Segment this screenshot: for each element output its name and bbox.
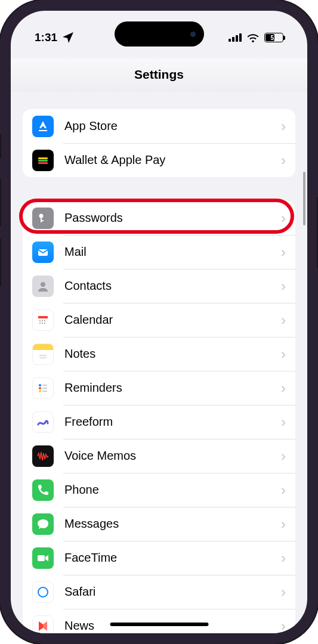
row-label: Passwords: [64, 211, 281, 225]
silence-switch: [0, 134, 1, 158]
row-contacts[interactable]: Contacts ›: [23, 269, 295, 303]
home-indicator[interactable]: [110, 623, 208, 626]
safari-icon: [32, 581, 54, 603]
mail-icon: [32, 242, 54, 263]
row-label: Safari: [64, 585, 281, 599]
messages-icon: [32, 513, 54, 535]
screen: 1:31 51 Settings: [11, 11, 307, 633]
svg-point-17: [39, 384, 41, 386]
dynamic-island: [115, 21, 204, 47]
row-label: Calendar: [64, 313, 281, 327]
wallet-icon: [32, 150, 54, 171]
row-reminders[interactable]: Reminders ›: [23, 371, 295, 405]
svg-point-18: [39, 387, 41, 389]
row-safari[interactable]: Safari ›: [23, 575, 295, 609]
chevron-right-icon: ›: [281, 210, 286, 227]
settings-group: Passwords › Mail › Contacts ›: [23, 201, 295, 633]
chevron-right-icon: ›: [281, 346, 286, 363]
phone-icon: [32, 479, 54, 501]
row-freeform[interactable]: Freeform ›: [23, 405, 295, 439]
row-voicememos[interactable]: Voice Memos ›: [23, 439, 295, 473]
svg-rect-5: [41, 220, 44, 221]
svg-point-9: [39, 320, 41, 321]
svg-point-19: [39, 390, 41, 392]
svg-point-11: [44, 320, 45, 321]
row-messages[interactable]: Messages ›: [23, 507, 295, 541]
svg-rect-1: [38, 160, 48, 162]
svg-rect-23: [38, 555, 45, 561]
row-label: Messages: [64, 517, 281, 531]
wifi-icon: [246, 30, 260, 45]
row-wallet[interactable]: Wallet & Apple Pay ›: [23, 143, 295, 177]
svg-point-14: [44, 323, 45, 324]
phone-frame: 1:31 51 Settings: [0, 0, 318, 644]
row-appstore[interactable]: App Store ›: [23, 109, 295, 143]
settings-group: App Store › Wallet & Apple Pay ›: [23, 109, 295, 177]
row-label: Contacts: [64, 279, 281, 293]
svg-point-10: [42, 320, 43, 321]
freeform-icon: [32, 411, 54, 433]
svg-rect-4: [41, 217, 42, 222]
svg-rect-0: [38, 157, 48, 159]
chevron-right-icon: ›: [281, 550, 286, 566]
svg-rect-8: [38, 316, 48, 318]
news-icon: [32, 615, 54, 634]
chevron-right-icon: ›: [281, 380, 286, 397]
row-calendar[interactable]: Calendar ›: [23, 303, 295, 337]
row-label: Notes: [64, 347, 281, 361]
volume-up-button: [0, 179, 1, 227]
page-title: Settings: [134, 67, 184, 82]
appstore-icon: [32, 116, 54, 137]
chevron-right-icon: ›: [281, 414, 286, 431]
chevron-right-icon: ›: [281, 278, 286, 295]
scrollbar[interactable]: [303, 172, 305, 225]
chevron-right-icon: ›: [281, 118, 286, 135]
cellular-icon: [229, 33, 242, 42]
chevron-right-icon: ›: [281, 152, 286, 169]
chevron-right-icon: ›: [281, 618, 286, 634]
key-icon: [32, 208, 54, 229]
row-label: Wallet & Apple Pay: [64, 153, 281, 167]
chevron-right-icon: ›: [281, 244, 286, 261]
row-facetime[interactable]: FaceTime ›: [23, 541, 295, 575]
svg-point-13: [42, 323, 43, 324]
svg-rect-2: [38, 162, 48, 164]
svg-point-25: [39, 588, 47, 596]
row-label: Freeform: [64, 415, 281, 429]
chevron-right-icon: ›: [281, 448, 286, 465]
chevron-right-icon: ›: [281, 482, 286, 499]
svg-point-7: [41, 282, 45, 287]
voicememos-icon: [32, 445, 54, 467]
calendar-icon: [32, 309, 54, 331]
row-label: Phone: [64, 483, 281, 497]
reminders-icon: [32, 377, 54, 399]
contacts-icon: [32, 275, 54, 297]
row-news[interactable]: News ›: [23, 609, 295, 633]
chevron-right-icon: ›: [281, 312, 286, 329]
status-time: 1:31: [35, 31, 57, 44]
chevron-right-icon: ›: [281, 584, 286, 600]
row-passwords[interactable]: Passwords ›: [23, 201, 295, 235]
front-camera-icon: [190, 32, 196, 37]
row-label: Voice Memos: [64, 449, 281, 463]
row-phone[interactable]: Phone ›: [23, 473, 295, 507]
notes-icon: [32, 343, 54, 365]
nav-title: Settings: [11, 58, 307, 91]
svg-point-12: [39, 323, 41, 324]
location-icon: [61, 30, 75, 45]
volume-down-button: [0, 239, 1, 286]
battery-icon: 51: [264, 33, 283, 42]
row-mail[interactable]: Mail ›: [23, 235, 295, 269]
battery-level: 51: [270, 35, 277, 41]
row-label: App Store: [64, 119, 281, 133]
settings-list[interactable]: App Store › Wallet & Apple Pay ›: [11, 91, 307, 633]
facetime-icon: [32, 547, 54, 569]
row-label: Reminders: [64, 381, 281, 395]
row-notes[interactable]: Notes ›: [23, 337, 295, 371]
row-label: FaceTime: [64, 551, 281, 565]
chevron-right-icon: ›: [281, 516, 286, 532]
row-label: Mail: [64, 245, 281, 259]
